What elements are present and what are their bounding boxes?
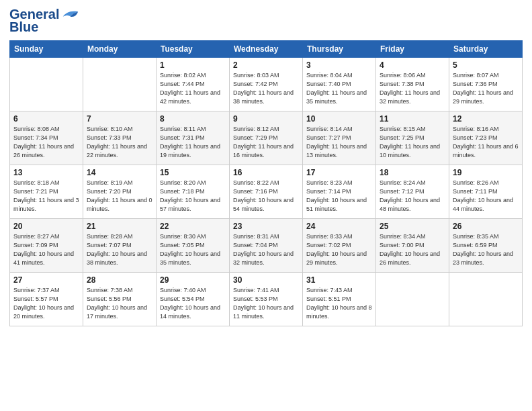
day-number: 1 bbox=[160, 60, 226, 70]
calendar-cell: 21Sunrise: 8:28 AMSunset: 7:07 PMDayligh… bbox=[83, 219, 157, 273]
weekday-header-row: SundayMondayTuesdayWednesdayThursdayFrid… bbox=[10, 41, 523, 58]
weekday-header-saturday: Saturday bbox=[449, 41, 523, 58]
day-number: 27 bbox=[13, 275, 79, 285]
cell-sun-info: Sunrise: 8:34 AMSunset: 7:00 PMDaylight:… bbox=[380, 232, 445, 267]
day-number: 19 bbox=[453, 168, 519, 177]
day-number: 20 bbox=[13, 222, 79, 231]
day-number: 26 bbox=[453, 222, 519, 231]
calendar-cell: 7Sunrise: 8:10 AMSunset: 7:33 PMDaylight… bbox=[83, 111, 157, 165]
calendar-cell: 16Sunrise: 8:22 AMSunset: 7:16 PMDayligh… bbox=[230, 165, 303, 219]
calendar-cell: 11Sunrise: 8:15 AMSunset: 7:25 PMDayligh… bbox=[376, 111, 449, 165]
weekday-header-thursday: Thursday bbox=[303, 41, 376, 58]
calendar-cell: 17Sunrise: 8:23 AMSunset: 7:14 PMDayligh… bbox=[303, 165, 376, 219]
calendar-cell: 4Sunrise: 8:06 AMSunset: 7:38 PMDaylight… bbox=[376, 58, 449, 111]
cell-sun-info: Sunrise: 8:28 AMSunset: 7:07 PMDaylight:… bbox=[87, 232, 152, 267]
day-number: 31 bbox=[306, 275, 372, 285]
calendar-cell: 5Sunrise: 8:07 AMSunset: 7:36 PMDaylight… bbox=[449, 58, 523, 111]
calendar-cell bbox=[83, 58, 157, 111]
day-number: 18 bbox=[380, 168, 445, 177]
cell-sun-info: Sunrise: 8:18 AMSunset: 7:21 PMDaylight:… bbox=[13, 179, 79, 214]
cell-sun-info: Sunrise: 8:33 AMSunset: 7:02 PMDaylight:… bbox=[306, 232, 372, 267]
calendar-table: SundayMondayTuesdayWednesdayThursdayFrid… bbox=[9, 40, 523, 326]
cell-sun-info: Sunrise: 8:15 AMSunset: 7:25 PMDaylight:… bbox=[380, 125, 445, 160]
cell-sun-info: Sunrise: 8:16 AMSunset: 7:23 PMDaylight:… bbox=[453, 125, 519, 160]
day-number: 25 bbox=[380, 222, 445, 231]
calendar-cell: 23Sunrise: 8:31 AMSunset: 7:04 PMDayligh… bbox=[230, 219, 303, 273]
calendar-cell: 9Sunrise: 8:12 AMSunset: 7:29 PMDaylight… bbox=[230, 111, 303, 165]
cell-sun-info: Sunrise: 8:08 AMSunset: 7:34 PMDaylight:… bbox=[13, 125, 79, 160]
calendar-cell: 19Sunrise: 8:26 AMSunset: 7:11 PMDayligh… bbox=[449, 165, 523, 219]
weekday-header-monday: Monday bbox=[83, 41, 157, 58]
day-number: 9 bbox=[233, 114, 299, 124]
cell-sun-info: Sunrise: 8:14 AMSunset: 7:27 PMDaylight:… bbox=[306, 125, 372, 160]
day-number: 6 bbox=[13, 114, 79, 124]
cell-sun-info: Sunrise: 8:04 AMSunset: 7:40 PMDaylight:… bbox=[306, 71, 372, 106]
day-number: 23 bbox=[233, 222, 299, 231]
calendar-cell bbox=[376, 273, 449, 326]
cell-sun-info: Sunrise: 8:20 AMSunset: 7:18 PMDaylight:… bbox=[160, 179, 226, 214]
calendar-cell: 27Sunrise: 7:37 AMSunset: 5:57 PMDayligh… bbox=[10, 273, 83, 326]
cell-sun-info: Sunrise: 7:43 AMSunset: 5:51 PMDaylight:… bbox=[306, 286, 372, 321]
cell-sun-info: Sunrise: 7:40 AMSunset: 5:54 PMDaylight:… bbox=[160, 286, 226, 321]
calendar-cell: 13Sunrise: 8:18 AMSunset: 7:21 PMDayligh… bbox=[10, 165, 83, 219]
week-row-0: 1Sunrise: 8:02 AMSunset: 7:44 PMDaylight… bbox=[10, 58, 523, 111]
cell-sun-info: Sunrise: 8:27 AMSunset: 7:09 PMDaylight:… bbox=[13, 232, 79, 267]
day-number: 8 bbox=[160, 114, 226, 124]
cell-sun-info: Sunrise: 8:23 AMSunset: 7:14 PMDaylight:… bbox=[306, 179, 372, 214]
day-number: 2 bbox=[233, 60, 299, 70]
day-number: 10 bbox=[306, 114, 372, 124]
cell-sun-info: Sunrise: 8:19 AMSunset: 7:20 PMDaylight:… bbox=[87, 179, 152, 214]
calendar-cell: 12Sunrise: 8:16 AMSunset: 7:23 PMDayligh… bbox=[449, 111, 523, 165]
cell-sun-info: Sunrise: 8:24 AMSunset: 7:12 PMDaylight:… bbox=[380, 179, 445, 214]
cell-sun-info: Sunrise: 8:07 AMSunset: 7:36 PMDaylight:… bbox=[453, 71, 519, 106]
calendar-cell: 30Sunrise: 7:41 AMSunset: 5:53 PMDayligh… bbox=[230, 273, 303, 326]
weekday-header-friday: Friday bbox=[376, 41, 449, 58]
week-row-3: 20Sunrise: 8:27 AMSunset: 7:09 PMDayligh… bbox=[10, 219, 523, 273]
day-number: 21 bbox=[87, 222, 152, 231]
calendar-cell: 28Sunrise: 7:38 AMSunset: 5:56 PMDayligh… bbox=[83, 273, 157, 326]
day-number: 17 bbox=[306, 168, 372, 177]
cell-sun-info: Sunrise: 8:03 AMSunset: 7:42 PMDaylight:… bbox=[233, 71, 299, 106]
cell-sun-info: Sunrise: 8:06 AMSunset: 7:38 PMDaylight:… bbox=[380, 71, 445, 106]
week-row-1: 6Sunrise: 8:08 AMSunset: 7:34 PMDaylight… bbox=[10, 111, 523, 165]
day-number: 29 bbox=[160, 275, 226, 285]
day-number: 4 bbox=[380, 60, 445, 70]
day-number: 22 bbox=[160, 222, 226, 231]
cell-sun-info: Sunrise: 7:37 AMSunset: 5:57 PMDaylight:… bbox=[13, 286, 79, 321]
cell-sun-info: Sunrise: 8:30 AMSunset: 7:05 PMDaylight:… bbox=[160, 232, 226, 267]
calendar-cell: 18Sunrise: 8:24 AMSunset: 7:12 PMDayligh… bbox=[376, 165, 449, 219]
day-number: 15 bbox=[160, 168, 226, 177]
week-row-2: 13Sunrise: 8:18 AMSunset: 7:21 PMDayligh… bbox=[10, 165, 523, 219]
calendar-cell: 31Sunrise: 7:43 AMSunset: 5:51 PMDayligh… bbox=[303, 273, 376, 326]
calendar-cell: 25Sunrise: 8:34 AMSunset: 7:00 PMDayligh… bbox=[376, 219, 449, 273]
calendar-cell: 15Sunrise: 8:20 AMSunset: 7:18 PMDayligh… bbox=[157, 165, 230, 219]
cell-sun-info: Sunrise: 8:26 AMSunset: 7:11 PMDaylight:… bbox=[453, 179, 519, 214]
day-number: 14 bbox=[87, 168, 152, 177]
day-number: 28 bbox=[87, 275, 152, 285]
weekday-header-sunday: Sunday bbox=[10, 41, 83, 58]
day-number: 16 bbox=[233, 168, 299, 177]
day-number: 24 bbox=[306, 222, 372, 231]
day-number: 11 bbox=[380, 114, 445, 124]
logo: General Blue bbox=[9, 7, 79, 35]
page-header: General Blue bbox=[9, 7, 523, 35]
calendar-cell: 24Sunrise: 8:33 AMSunset: 7:02 PMDayligh… bbox=[303, 219, 376, 273]
cell-sun-info: Sunrise: 8:35 AMSunset: 6:59 PMDaylight:… bbox=[453, 232, 519, 267]
cell-sun-info: Sunrise: 8:12 AMSunset: 7:29 PMDaylight:… bbox=[233, 125, 299, 160]
week-row-4: 27Sunrise: 7:37 AMSunset: 5:57 PMDayligh… bbox=[10, 273, 523, 326]
calendar-cell: 20Sunrise: 8:27 AMSunset: 7:09 PMDayligh… bbox=[10, 219, 83, 273]
day-number: 30 bbox=[233, 275, 299, 285]
weekday-header-tuesday: Tuesday bbox=[157, 41, 230, 58]
calendar-cell: 29Sunrise: 7:40 AMSunset: 5:54 PMDayligh… bbox=[157, 273, 230, 326]
calendar-cell: 10Sunrise: 8:14 AMSunset: 7:27 PMDayligh… bbox=[303, 111, 376, 165]
day-number: 7 bbox=[87, 114, 152, 124]
cell-sun-info: Sunrise: 8:11 AMSunset: 7:31 PMDaylight:… bbox=[160, 125, 226, 160]
cell-sun-info: Sunrise: 7:38 AMSunset: 5:56 PMDaylight:… bbox=[87, 286, 152, 321]
calendar-cell: 1Sunrise: 8:02 AMSunset: 7:44 PMDaylight… bbox=[157, 58, 230, 111]
calendar-cell: 14Sunrise: 8:19 AMSunset: 7:20 PMDayligh… bbox=[83, 165, 157, 219]
calendar-cell: 22Sunrise: 8:30 AMSunset: 7:05 PMDayligh… bbox=[157, 219, 230, 273]
calendar-cell: 2Sunrise: 8:03 AMSunset: 7:42 PMDaylight… bbox=[230, 58, 303, 111]
calendar-cell: 3Sunrise: 8:04 AMSunset: 7:40 PMDaylight… bbox=[303, 58, 376, 111]
day-number: 12 bbox=[453, 114, 519, 124]
day-number: 13 bbox=[13, 168, 79, 177]
